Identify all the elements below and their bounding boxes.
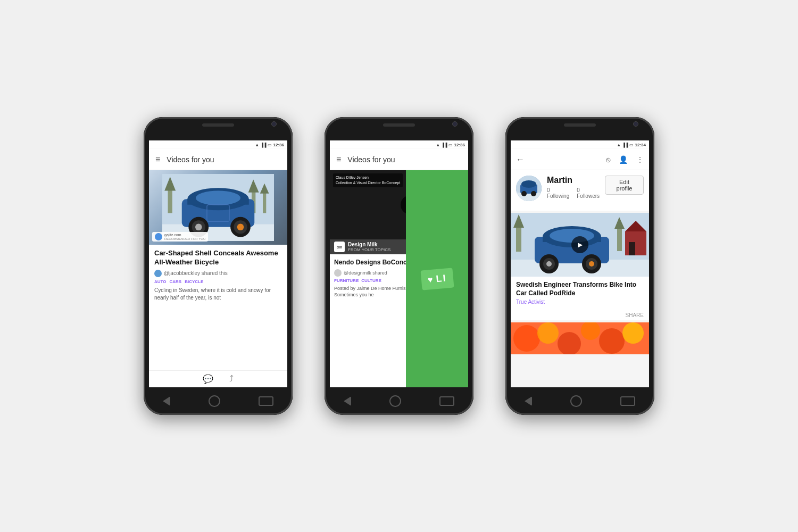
phone2-time: 12:36 xyxy=(454,143,465,147)
phone3-card1-play-btn[interactable]: ▶ xyxy=(571,236,588,253)
phone3-wifi-icon: ▲ xyxy=(617,143,621,147)
phone2-like-live-badge: ♥ LI xyxy=(420,268,453,290)
phone3-share-icon[interactable]: ⎋ xyxy=(606,155,610,164)
phone1-signal-icon: ▐▐ xyxy=(260,143,266,147)
phone3-recent-btn[interactable] xyxy=(620,396,635,406)
phone3-profile-info: Martin 0 Following 0 Followers Edit prof… xyxy=(511,170,649,211)
phone2-speaker xyxy=(383,123,415,127)
phone1-article-title: Car-Shaped Shell Conceals Awesome All-We… xyxy=(154,249,282,267)
svg-point-47 xyxy=(558,332,581,354)
phone2-claus-overlay: Claus Ditlev Jensen Collection & Visual … xyxy=(333,173,403,187)
phone1-recent-btn[interactable] xyxy=(259,396,273,406)
phone3-edit-profile-btn[interactable]: Edit profile xyxy=(605,176,644,195)
phone1-wifi-icon: ▲ xyxy=(255,143,259,147)
svg-point-45 xyxy=(513,325,540,352)
svg-point-50 xyxy=(622,322,644,344)
phone3-home-btn[interactable] xyxy=(570,395,582,407)
svg-point-49 xyxy=(599,328,625,354)
phone3-profile-details: Martin 0 Following 0 Followers xyxy=(547,176,600,199)
phone1-article-excerpt: Cycling in Sweden, where it is cold and … xyxy=(154,287,282,302)
phone1-top-bar xyxy=(144,117,293,140)
phone3-card1-body: Swedish Engineer Transforms Bike Into Ca… xyxy=(511,277,649,310)
phones-container: ▲ ▐▐ ▭ 12:36 ≡ Videos for you xyxy=(0,96,798,436)
phone2-header-title: Videos for you xyxy=(347,155,462,164)
phone3-card1-play-icon: ▶ xyxy=(578,241,583,248)
phone2-home-btn[interactable] xyxy=(389,395,401,407)
phone1-source-logo xyxy=(155,233,162,240)
phone2-heart-icon: ♥ xyxy=(427,275,433,285)
phone1-share-icon[interactable]: ⤴ xyxy=(229,374,234,384)
phone1-menu-icon[interactable]: ≡ xyxy=(155,155,160,164)
phone1-article-tags: AUTO CARS BICYCLE xyxy=(154,279,282,284)
phone2-status-icons: ▲ ▐▐ ▭ xyxy=(436,143,452,147)
phone3-back-icon[interactable]: ← xyxy=(516,155,525,164)
phone1-tag-cars[interactable]: CARS xyxy=(170,279,182,284)
phone3-card2 xyxy=(511,322,649,354)
phone2-signal-icon: ▐▐ xyxy=(441,143,447,147)
phone2-tag-culture[interactable]: CULTURE xyxy=(361,278,381,283)
phone3-time: 12:34 xyxy=(635,143,646,147)
svg-point-24 xyxy=(531,191,536,196)
phone1-header-title: Videos for you xyxy=(167,155,281,164)
phone2-author-name: @designmilk shared xyxy=(344,270,387,276)
phone3-card1: ▶ Swedish Engineer Transforms Bike Into … xyxy=(511,213,649,320)
phone3-statusbar: ▲ ▐▐ ▭ 12:34 xyxy=(511,140,649,149)
phone2-recent-btn[interactable] xyxy=(439,396,454,406)
phone2-statusbar: ▲ ▐▐ ▭ 12:36 xyxy=(330,140,468,149)
phone1-screen: ▲ ▐▐ ▭ 12:36 ≡ Videos for you xyxy=(149,140,287,387)
phone3-card1-source[interactable]: True Activist xyxy=(516,299,644,305)
phone3-followers-count[interactable]: 0 Followers xyxy=(577,187,600,199)
svg-point-46 xyxy=(537,322,559,344)
speaker xyxy=(202,123,234,127)
svg-rect-31 xyxy=(625,231,646,255)
phone1-author-avatar xyxy=(154,270,162,277)
phone3-following-count[interactable]: 0 Following xyxy=(547,187,569,199)
phone3-screen: ▲ ▐▐ ▭ 12:34 ← ⎋ 👤 ⋮ xyxy=(511,140,649,387)
phone3-signal-icon: ▐▐ xyxy=(622,143,628,147)
phone2-claus-title: Collection & Visual Director BoConcept xyxy=(336,180,400,186)
phone3-profile-stats: 0 Following 0 Followers xyxy=(547,187,600,199)
phone-2: ▲ ▐▐ ▭ 12:36 ≡ Videos for you Claus Ditl… xyxy=(325,117,473,415)
phone2-green-overlay: ♥ LI xyxy=(406,170,468,387)
phone2-source-logo: dm xyxy=(334,242,345,252)
phone1-source-text: gajitz.com RECOMMENDED FOR YOU xyxy=(164,233,205,240)
phone1-article-image: gajitz.com RECOMMENDED FOR YOU xyxy=(149,170,287,245)
phone1-article-author: @jacobbeckley shared this xyxy=(154,270,282,277)
phone3-card1-share[interactable]: SHARE xyxy=(511,310,649,320)
phone1-bottom-bar xyxy=(144,387,293,415)
phone2-source-name: Design Milk xyxy=(348,242,390,247)
phone1-recommended-label: RECOMMENDED FOR YOU xyxy=(164,237,205,240)
phone3-top-bar xyxy=(505,117,654,140)
phone3-profile-header: ← ⎋ 👤 ⋮ xyxy=(511,149,649,170)
phone3-back-btn[interactable] xyxy=(525,396,532,406)
phone1-home-btn[interactable] xyxy=(209,395,220,407)
phone2-tag-furniture[interactable]: FURNITURE xyxy=(334,278,359,283)
svg-point-22 xyxy=(521,180,536,188)
phone2-menu-icon[interactable]: ≡ xyxy=(336,155,341,164)
phone1-tag-bicycle[interactable]: BICYCLE xyxy=(185,279,203,284)
phone2-back-btn[interactable] xyxy=(344,396,351,406)
svg-point-11 xyxy=(196,191,240,205)
phone1-back-btn[interactable] xyxy=(163,396,170,406)
phone2-camera xyxy=(452,121,458,127)
svg-rect-33 xyxy=(629,242,635,255)
phone1-tag-auto[interactable]: AUTO xyxy=(154,279,167,284)
phone3-card2-svg xyxy=(511,322,649,354)
phone3-battery-icon: ▭ xyxy=(629,143,634,147)
phone3-profile-avatar xyxy=(516,176,542,201)
phone2-screen: ▲ ▐▐ ▭ 12:36 ≡ Videos for you Claus Ditl… xyxy=(330,140,468,387)
phone3-camera xyxy=(633,121,638,127)
svg-rect-20 xyxy=(516,193,542,201)
phone1-source-name: gajitz.com xyxy=(164,233,205,237)
phone3-person-icon[interactable]: 👤 xyxy=(619,155,628,164)
phone1-time: 12:36 xyxy=(273,143,284,147)
phone1-statusbar: ▲ ▐▐ ▭ 12:36 xyxy=(149,140,287,149)
phone1-article-body: Car-Shaped Shell Conceals Awesome All-We… xyxy=(149,245,287,370)
phone3-more-icon[interactable]: ⋮ xyxy=(636,155,644,164)
phone2-source-sublabel: FROM YOUR TOPICS xyxy=(348,247,390,252)
phone1-comment-icon[interactable]: 💬 xyxy=(203,374,213,384)
phone1-battery-icon: ▭ xyxy=(268,143,272,147)
phone3-card1-title: Swedish Engineer Transforms Bike Into Ca… xyxy=(516,281,644,297)
svg-point-43 xyxy=(589,261,594,267)
svg-point-40 xyxy=(546,261,552,267)
